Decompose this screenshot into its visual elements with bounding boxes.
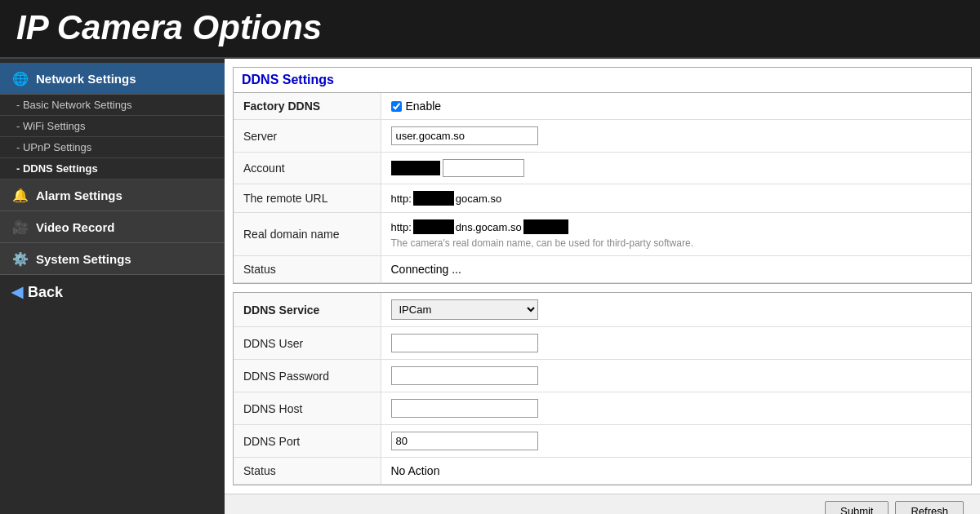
- factory-ddns-label: Factory DDNS: [234, 93, 381, 120]
- sidebar-sub-upnp[interactable]: - UPnP Settings: [0, 137, 225, 158]
- sidebar: Network Settings - Basic Network Setting…: [0, 59, 225, 514]
- submit-button[interactable]: Submit: [825, 501, 889, 514]
- real-domain-redacted-2: [523, 219, 568, 234]
- table-row-real-domain: Real domain name http: dns.gocam.so The …: [234, 213, 971, 256]
- system-icon: [11, 250, 29, 268]
- status1-value: Connecting ...: [381, 256, 971, 283]
- factory-ddns-table: Factory DDNS Enable Server: [234, 93, 971, 283]
- table-row-status2: Status No Action: [234, 458, 971, 485]
- remote-url-label: The remote URL: [234, 184, 381, 213]
- table-row-ddns-user: DDNS User: [234, 327, 971, 360]
- account-value: [381, 153, 971, 184]
- ddns-user-value: [381, 327, 971, 360]
- table-row-account: Account: [234, 153, 971, 184]
- ddns-port-label: DDNS Port: [234, 425, 381, 458]
- table-row-status1: Status Connecting ...: [234, 256, 971, 283]
- server-label: Server: [234, 120, 381, 153]
- sidebar-item-network-label: Network Settings: [36, 72, 136, 86]
- server-input[interactable]: [391, 126, 538, 145]
- back-label: Back: [28, 284, 63, 301]
- real-domain-middle: dns.gocam.so: [456, 221, 522, 233]
- table-row-ddns-service: DDNS Service IPCam DynDNS No-IP: [234, 293, 971, 327]
- ddns-service-label: DDNS Service: [234, 293, 381, 327]
- sidebar-item-system[interactable]: System Settings: [0, 243, 225, 275]
- real-domain-label: Real domain name: [234, 213, 381, 256]
- alarm-icon: [11, 186, 29, 204]
- remote-url-prefix: http:: [391, 193, 412, 205]
- ddns-port-value: [381, 425, 971, 458]
- ddns-service-section: DDNS Service IPCam DynDNS No-IP DDNS Use…: [233, 292, 972, 485]
- video-icon: [11, 218, 29, 236]
- factory-ddns-checkbox[interactable]: [391, 101, 402, 112]
- ddns-user-label: DDNS User: [234, 327, 381, 360]
- table-row-ddns-host: DDNS Host: [234, 392, 971, 425]
- ddns-host-label: DDNS Host: [234, 392, 381, 425]
- real-domain-value: http: dns.gocam.so The camera's real dom…: [381, 213, 971, 256]
- header: IP Camera Options: [0, 0, 980, 59]
- content-area: DDNS Settings Factory DDNS Enable: [225, 59, 980, 514]
- factory-ddns-value: Enable: [381, 93, 971, 120]
- status2-label: Status: [234, 458, 381, 485]
- back-icon: [11, 283, 23, 301]
- back-button[interactable]: Back: [0, 275, 225, 309]
- refresh-button[interactable]: Refresh: [895, 501, 964, 514]
- main-layout: Network Settings - Basic Network Setting…: [0, 59, 980, 514]
- account-redacted: [391, 161, 440, 175]
- status2-value: No Action: [381, 458, 971, 485]
- table-row-factory-ddns: Factory DDNS Enable: [234, 93, 971, 120]
- sidebar-item-network[interactable]: Network Settings: [0, 63, 225, 95]
- table-row-ddns-password: DDNS Password: [234, 360, 971, 392]
- page-title: IP Camera Options: [16, 8, 964, 47]
- ddns-password-input[interactable]: [391, 366, 538, 385]
- remote-url-redacted: [413, 191, 454, 206]
- sidebar-item-alarm-label: Alarm Settings: [36, 188, 122, 202]
- ddns-service-select[interactable]: IPCam DynDNS No-IP: [391, 299, 538, 320]
- ddns-password-label: DDNS Password: [234, 360, 381, 392]
- sidebar-sub-wifi[interactable]: - WiFi Settings: [0, 116, 225, 137]
- real-domain-prefix: http:: [391, 221, 412, 233]
- factory-ddns-section: DDNS Settings Factory DDNS Enable: [233, 67, 972, 284]
- sidebar-item-video[interactable]: Video Record: [0, 211, 225, 243]
- ddns-service-table: DDNS Service IPCam DynDNS No-IP DDNS Use…: [234, 293, 971, 485]
- status1-label: Status: [234, 256, 381, 283]
- enable-label: Enable: [406, 100, 442, 113]
- ddns-settings-title: DDNS Settings: [234, 68, 971, 93]
- ddns-user-input[interactable]: [391, 334, 538, 352]
- sidebar-sub-basic[interactable]: - Basic Network Settings: [0, 95, 225, 116]
- ddns-host-input[interactable]: [391, 399, 538, 418]
- remote-url-value: http: gocam.so: [381, 184, 971, 213]
- table-row-ddns-port: DDNS Port: [234, 425, 971, 458]
- account-input-placeholder: [443, 159, 524, 177]
- sidebar-item-alarm[interactable]: Alarm Settings: [0, 179, 225, 211]
- ddns-port-input[interactable]: [391, 432, 538, 450]
- real-domain-hint: The camera's real domain name, can be us…: [391, 237, 962, 249]
- table-row-server: Server: [234, 120, 971, 153]
- table-row-remote-url: The remote URL http: gocam.so: [234, 184, 971, 213]
- sidebar-sub-ddns[interactable]: - DDNS Settings: [0, 158, 225, 179]
- server-value: [381, 120, 971, 153]
- remote-url-suffix: gocam.so: [456, 193, 501, 205]
- account-label: Account: [234, 153, 381, 184]
- ddns-host-value: [381, 392, 971, 425]
- ddns-password-value: [381, 360, 971, 392]
- sidebar-item-system-label: System Settings: [36, 252, 131, 266]
- real-domain-redacted-1: [413, 219, 454, 234]
- network-icon: [11, 69, 29, 87]
- button-row: Submit Refresh: [225, 494, 980, 514]
- sidebar-item-video-label: Video Record: [36, 220, 114, 234]
- ddns-service-value: IPCam DynDNS No-IP: [381, 293, 971, 327]
